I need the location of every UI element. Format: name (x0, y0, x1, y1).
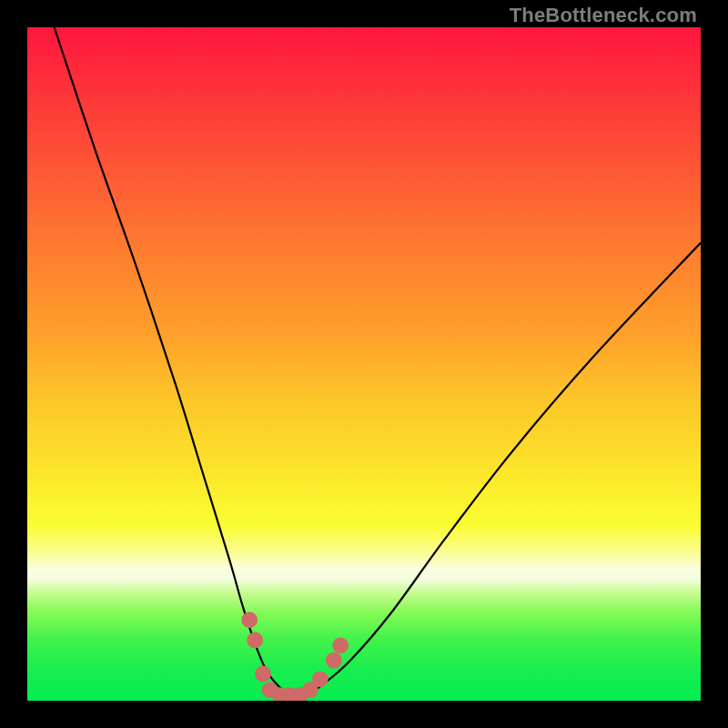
marker-group (241, 612, 349, 701)
curve-marker (312, 671, 329, 687)
curve-marker (247, 632, 263, 649)
chart-plot-area (27, 27, 701, 701)
curve-marker (332, 637, 349, 653)
watermark-text: TheBottleneck.com (510, 4, 697, 27)
curve-marker (255, 666, 271, 682)
curve-marker (326, 652, 342, 669)
curve-marker (241, 612, 258, 628)
chart-svg (27, 27, 701, 701)
bottleneck-curve (55, 27, 701, 695)
